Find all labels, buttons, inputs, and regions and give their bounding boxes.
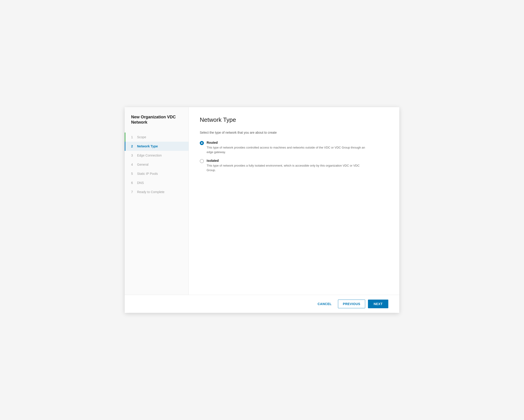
sidebar-item-edge-connection[interactable]: 3 Edge Connection — [125, 151, 189, 160]
isolated-radio-button[interactable] — [200, 159, 204, 163]
sidebar-item-general[interactable]: 4 General — [125, 160, 189, 169]
sidebar-item-ready-to-complete[interactable]: 7 Ready to Complete — [125, 187, 189, 196]
sidebar-item-label-dns: DNS — [137, 181, 144, 185]
isolated-label: Isolated — [207, 159, 367, 162]
sidebar-item-number-6: 6 — [131, 181, 135, 185]
sidebar-item-label-scope: Scope — [137, 135, 146, 139]
sidebar-item-network-type[interactable]: 2 Network Type — [125, 142, 189, 151]
main-content: Network Type Select the type of network … — [189, 107, 399, 295]
routed-option[interactable]: Routed This type of network provides con… — [200, 141, 388, 154]
network-type-subtitle: Select the type of network that you are … — [200, 131, 388, 134]
sidebar-item-number-1: 1 — [131, 135, 135, 139]
sidebar-item-dns[interactable]: 6 DNS — [125, 178, 189, 187]
sidebar-item-scope[interactable]: 1 Scope — [125, 133, 189, 142]
isolated-description: This type of network provides a fully is… — [207, 163, 367, 172]
routed-label: Routed — [207, 141, 367, 144]
sidebar-item-number-5: 5 — [131, 172, 135, 176]
isolated-option[interactable]: Isolated This type of network provides a… — [200, 159, 388, 172]
sidebar-item-number-2: 2 — [131, 144, 135, 148]
sidebar-item-label-network-type: Network Type — [137, 144, 158, 148]
sidebar-item-number-7: 7 — [131, 190, 135, 194]
sidebar-item-label-static-ip-pools: Static IP Pools — [137, 172, 158, 176]
isolated-content: Isolated This type of network provides a… — [207, 159, 367, 172]
sidebar-item-number-3: 3 — [131, 154, 135, 157]
sidebar-item-label-general: General — [137, 163, 148, 166]
sidebar-title: New Organization VDC Network — [125, 115, 189, 133]
sidebar-items: 1 Scope 2 Network Type 3 Edge Connection… — [125, 133, 189, 196]
new-org-vdc-network-dialog: New Organization VDC Network 1 Scope 2 N… — [125, 107, 399, 313]
dialog-footer: CANCEL PREVIOUS NEXT — [125, 295, 399, 313]
page-title: Network Type — [200, 116, 388, 123]
previous-button[interactable]: PREVIOUS — [338, 300, 365, 308]
dialog-body: New Organization VDC Network 1 Scope 2 N… — [125, 107, 399, 295]
sidebar-item-label-ready-to-complete: Ready to Complete — [137, 190, 165, 194]
network-type-radio-group: Routed This type of network provides con… — [200, 141, 388, 172]
sidebar: New Organization VDC Network 1 Scope 2 N… — [125, 107, 189, 295]
routed-description: This type of network provides controlled… — [207, 145, 367, 154]
next-button[interactable]: NEXT — [368, 300, 388, 308]
cancel-button[interactable]: CANCEL — [314, 300, 335, 308]
sidebar-item-static-ip-pools[interactable]: 5 Static IP Pools — [125, 169, 189, 178]
sidebar-item-number-4: 4 — [131, 163, 135, 166]
routed-content: Routed This type of network provides con… — [207, 141, 367, 154]
routed-radio-button[interactable] — [200, 141, 204, 145]
sidebar-item-label-edge-connection: Edge Connection — [137, 154, 162, 157]
